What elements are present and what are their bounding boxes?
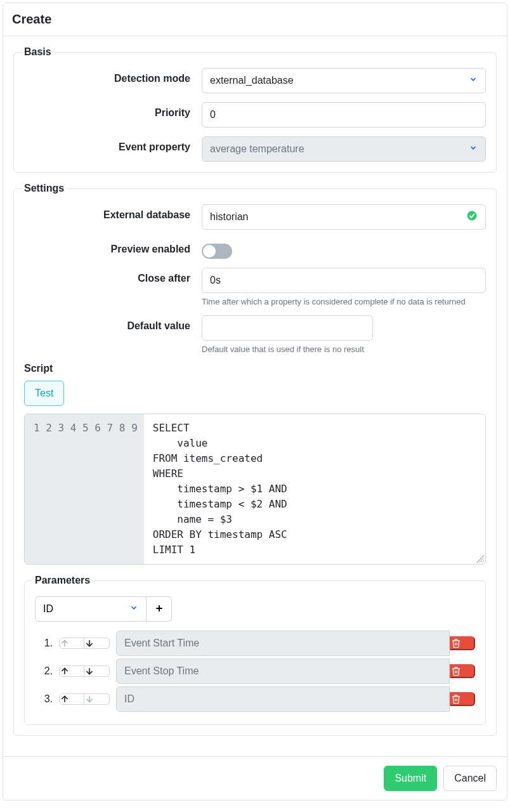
parameter-value: Event Stop Time [116,658,450,684]
parameters-legend: Parameters [32,575,93,586]
external-database-label: External database [24,204,202,221]
parameter-row: 2.Event Stop Time [35,658,475,684]
external-database-value: historian [210,211,248,223]
move-down-button[interactable] [84,638,110,649]
move-up-button[interactable] [59,665,84,677]
move-up-button [59,638,84,649]
detection-mode-label: Detection mode [24,68,202,84]
parameter-row: 3.ID [35,686,475,712]
parameter-number: 2. [35,665,53,677]
submit-button[interactable]: Submit [384,766,437,791]
close-after-input[interactable] [202,268,486,293]
delete-parameter-button[interactable] [450,636,475,650]
create-modal: Create Basis Detection mode external_dat… [3,3,507,801]
modal-title: Create [12,12,498,27]
trash-icon [451,638,474,649]
plus-icon [154,602,164,617]
delete-parameter-button[interactable] [450,692,475,706]
script-editor[interactable]: 1 2 3 4 5 6 7 8 9 SELECT value FROM item… [24,414,486,565]
parameter-row: 1.Event Start Time [35,631,475,656]
script-label: Script [24,363,486,374]
parameter-number: 3. [35,693,53,705]
settings-legend: Settings [22,183,67,194]
add-parameter-button[interactable] [147,596,172,622]
close-after-label: Close after [24,268,202,284]
trash-icon [451,693,474,705]
preview-enabled-label: Preview enabled [24,239,202,255]
toggle-knob [203,245,216,258]
modal-header: Create [3,3,507,36]
arrow-up-icon [60,638,84,648]
arrow-down-icon [84,694,109,704]
default-value-input[interactable] [202,315,373,341]
detection-mode-value: external_database [210,75,294,86]
chevron-down-icon [469,75,478,86]
code-content[interactable]: SELECT value FROM items_created WHERE ti… [144,414,485,564]
settings-fieldset: Settings External database historian Pre… [13,183,497,736]
default-value-label: Default value [24,315,202,332]
resize-handle[interactable] [476,555,484,563]
check-circle-icon [466,210,478,224]
move-down-button[interactable] [84,665,110,677]
trash-icon [451,665,474,677]
chevron-down-icon [129,603,138,615]
arrow-up-icon [60,694,84,704]
move-up-button[interactable] [59,693,84,705]
move-down-button [84,693,110,705]
event-property-label: Event property [24,136,202,153]
test-button[interactable]: Test [24,381,64,406]
basis-legend: Basis [22,46,54,58]
parameter-list: 1.Event Start Time2.Event Stop Time3.ID [35,631,475,712]
parameter-number: 1. [35,638,53,649]
parameter-type-select[interactable]: ID [35,596,147,622]
arrow-down-icon [84,666,109,676]
priority-input[interactable] [202,102,486,128]
parameters-fieldset: Parameters ID 1.Event Start Time2. [24,575,486,725]
cancel-button[interactable]: Cancel [443,766,497,791]
arrow-up-icon [60,666,84,676]
basis-fieldset: Basis Detection mode external_database P… [13,46,497,173]
parameter-value: Event Start Time [116,631,450,656]
delete-parameter-button[interactable] [450,664,475,678]
detection-mode-select[interactable]: external_database [202,68,486,93]
external-database-select[interactable]: historian [202,204,486,230]
priority-label: Priority [24,102,202,119]
svg-point-0 [468,211,477,221]
event-property-value: average temperature [210,143,304,155]
preview-enabled-toggle[interactable] [202,244,232,259]
parameter-value: ID [116,686,450,712]
modal-body: Basis Detection mode external_database P… [3,36,507,756]
default-value-help: Default value that is used if there is n… [202,344,373,354]
modal-footer: Submit Cancel [3,756,507,800]
event-property-select[interactable]: average temperature [202,136,486,162]
arrow-down-icon [84,638,109,648]
close-after-help: Time after which a property is considere… [202,297,486,306]
chevron-down-icon [469,143,478,155]
code-gutter: 1 2 3 4 5 6 7 8 9 [25,414,144,564]
parameter-type-value: ID [43,603,53,615]
